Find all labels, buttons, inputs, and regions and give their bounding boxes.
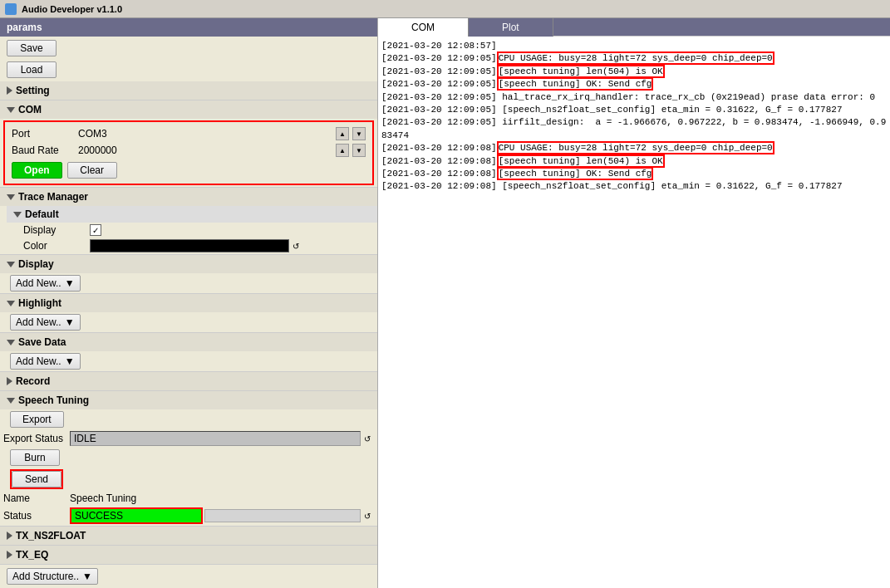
send-btn-wrapper: Send [10,469,63,489]
app-window: Audio Developer v1.1.0 params Save Load [0,0,890,588]
burn-button[interactable]: Burn [10,449,60,466]
log-highlight-8: [speech tuning] len(504) is OK [497,154,665,168]
display-checkbox[interactable]: ✓ [90,224,101,236]
port-value: COM3 [78,128,107,140]
send-button[interactable]: Send [12,471,61,488]
display-label: Display [23,224,90,236]
load-button[interactable]: Load [7,61,57,78]
log-line-0: [2021-03-20 12:08:57] [381,40,887,52]
open-button[interactable]: Open [12,162,62,179]
com-section: COM Port COM3 ▲ ▼ Baud Rate 2000000 [0,100,377,188]
send-row: Send [0,468,377,491]
baud-up-btn[interactable]: ▲ [336,144,349,157]
tx-ns2float-label: TX_NS2FLOAT [0,527,377,545]
add-structure-arrow: ▼ [82,571,92,582]
log-line-1: [2021-03-20 12:09:05]CPU USAGE: busy=28 … [381,52,887,65]
speech-tuning-label: Speech Tuning [0,391,377,409]
tx-eq-section: TX_EQ [0,546,377,565]
highlight-section: Highlight Add New.. ▼ [0,294,377,333]
highlight-section-icon[interactable] [7,301,15,306]
status-label: Status [3,510,70,522]
export-row: Export [0,409,377,429]
name-row: Name Speech Tuning [0,491,377,506]
record-icon[interactable] [7,377,12,385]
setting-label: Setting [0,81,377,100]
log-line-9: [2021-03-20 12:09:08][speech tuning] OK:… [381,168,887,180]
trace-manager-icon[interactable] [7,194,15,200]
app-title: Audio Developer v1.1.0 [22,4,122,14]
display-section-icon[interactable] [7,262,15,267]
trace-manager-label: Trace Manager [0,188,377,206]
setting-collapse-icon[interactable] [7,86,12,95]
save-button[interactable]: Save [7,40,57,56]
log-highlight-1: CPU USAGE: busy=28 light=72 sys_deep=0 c… [497,51,774,65]
log-line-10: [2021-03-20 12:09:08] [speech_ns2float_s… [381,180,887,193]
log-line-6: [2021-03-20 12:09:05] iirfilt_design: a … [381,116,887,142]
export-status-label: Export Status [3,433,70,444]
load-row: Load [0,60,377,81]
status-row: Status SUCCESS ↺ [0,506,377,526]
right-tabs: COM Plot [378,18,890,37]
log-highlight-7: CPU USAGE: busy=28 light=72 sys_deep=0 c… [497,141,774,154]
default-subsection: Default Display ✓ Color ↺ [0,206,377,254]
setting-section: Setting [0,81,377,100]
color-row: Color ↺ [20,238,377,254]
port-scroll-buttons: ▲ ▼ [334,127,366,140]
tab-plot[interactable]: Plot [469,18,553,37]
clear-button[interactable]: Clear [67,162,117,179]
display-add-new-btn[interactable]: Add New.. ▼ [10,275,81,292]
log-line-7: [2021-03-20 12:09:08]CPU USAGE: busy=28 … [381,142,887,154]
record-section: Record [0,372,377,391]
status-value: SUCCESS [70,507,203,524]
highlight-add-new-btn[interactable]: Add New.. ▼ [10,314,81,331]
color-swatch[interactable] [90,239,289,252]
save-data-add-row: Add New.. ▼ [0,351,377,371]
save-data-label: Save Data [0,333,377,351]
export-status-refresh-icon[interactable]: ↺ [361,432,374,445]
add-structure-btn[interactable]: Add Structure.. ▼ [7,568,98,585]
params-header: params [0,18,377,37]
display-section-label: Display [0,255,377,273]
tx-ns2float-icon[interactable] [7,532,12,540]
log-line-3: [2021-03-20 12:09:05][speech tuning] OK:… [381,78,887,91]
color-label: Color [23,240,90,252]
title-bar: Audio Developer v1.1.0 [0,0,890,18]
save-data-icon[interactable] [7,340,15,345]
baud-label: Baud Rate [12,145,78,156]
save-data-add-new-btn[interactable]: Add New.. ▼ [10,353,81,370]
display-section: Display Add New.. ▼ [0,255,377,294]
port-label: Port [12,128,78,140]
export-button[interactable]: Export [10,411,64,428]
com-label: COM [0,100,377,119]
default-fields: Display ✓ Color ↺ [7,223,377,254]
port-row: Port COM3 ▲ ▼ [8,125,369,142]
log-line-5: [2021-03-20 12:09:05] [speech_ns2float_s… [381,104,887,116]
color-refresh-icon[interactable]: ↺ [289,239,302,252]
log-highlight-2: [speech tuning] len(504) is OK [497,65,665,78]
tx-eq-icon[interactable] [7,551,12,559]
speech-tuning-section: Speech Tuning Export Export Status IDLE … [0,391,377,527]
trace-manager-section: Trace Manager Default Display ✓ [0,188,377,255]
default-label: Default [7,206,377,223]
baud-scroll-buttons: ▲ ▼ [334,144,366,157]
baud-down-btn[interactable]: ▼ [352,144,366,157]
log-highlight-3: [speech tuning] OK: Send cfg [497,77,654,91]
export-status-row: Export Status IDLE ↺ [0,429,377,448]
name-label: Name [3,492,70,504]
status-refresh-icon[interactable]: ↺ [361,509,374,522]
record-label: Record [0,372,377,390]
default-icon[interactable] [13,212,22,218]
speech-tuning-icon[interactable] [7,398,15,404]
tx-ns2float-section: TX_NS2FLOAT [0,527,377,546]
highlight-dropdown-arrow: ▼ [65,316,75,328]
highlight-add-row: Add New.. ▼ [0,312,377,332]
com-collapse-icon[interactable] [7,107,15,113]
port-up-btn[interactable]: ▲ [336,127,349,140]
log-line-4: [2021-03-20 12:09:05] hal_trace_rx_irq_h… [381,91,887,104]
baud-value: 2000000 [78,145,117,156]
port-down-btn[interactable]: ▼ [352,127,366,140]
display-dropdown-arrow: ▼ [65,277,75,289]
tab-com[interactable]: COM [378,18,469,37]
name-value: Speech Tuning [70,492,136,504]
log-line-2: [2021-03-20 12:09:05][speech tuning] len… [381,66,887,78]
